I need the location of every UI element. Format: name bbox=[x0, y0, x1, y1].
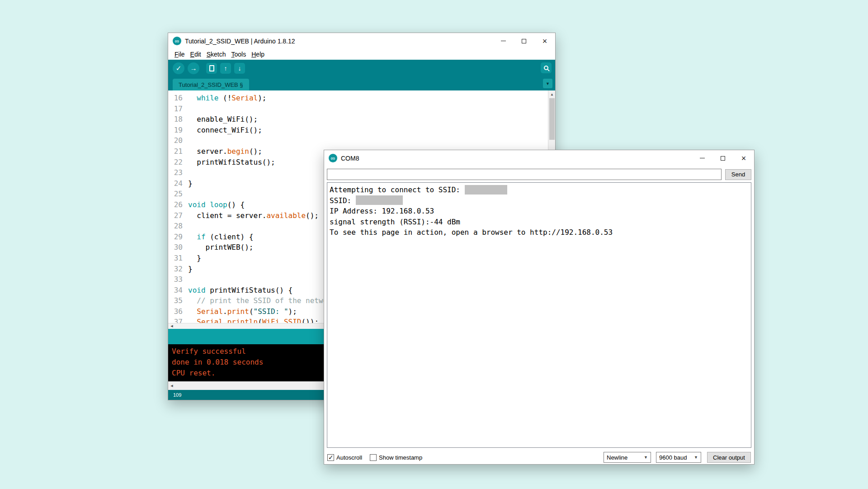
line-number: 30 bbox=[168, 242, 188, 253]
save-sketch-button[interactable]: ↓ bbox=[234, 63, 245, 74]
line-ending-dropdown[interactable]: Newline ▼ bbox=[604, 452, 651, 463]
maximize-button[interactable] bbox=[712, 150, 733, 166]
serial-output-line: SSID: bbox=[330, 195, 749, 206]
close-button[interactable]: × bbox=[733, 150, 754, 166]
code-text: } bbox=[188, 178, 193, 189]
arduino-logo-icon: ∞ bbox=[329, 154, 337, 162]
code-text: } bbox=[188, 264, 193, 275]
close-icon: × bbox=[542, 37, 547, 45]
code-text: client = server.available(); bbox=[188, 210, 319, 221]
serial-output[interactable]: Attempting to connect to SSID: SSID: IP … bbox=[327, 182, 751, 448]
minimize-button[interactable] bbox=[493, 33, 514, 49]
ide-toolbar: ✓ → ↑ ↓ bbox=[168, 60, 555, 76]
line-number: 24 bbox=[168, 178, 188, 189]
check-icon: ✓ bbox=[176, 64, 182, 72]
scroll-left-icon[interactable]: ◀ bbox=[168, 323, 175, 329]
redacted-value bbox=[465, 185, 507, 195]
serial-input[interactable] bbox=[327, 169, 722, 180]
code-text: Serial.println(WiFi.SSID()); bbox=[188, 317, 319, 323]
code-text: while (!Serial); bbox=[188, 93, 266, 104]
code-text: void loop() { bbox=[188, 199, 245, 210]
serial-input-row: Send bbox=[324, 166, 754, 182]
line-number: 18 bbox=[168, 114, 188, 125]
serial-monitor-button[interactable] bbox=[541, 62, 552, 73]
line-number: 36 bbox=[168, 306, 188, 317]
maximize-icon bbox=[721, 156, 725, 161]
code-line: 20 bbox=[168, 135, 555, 146]
scrollbar-thumb[interactable] bbox=[549, 98, 555, 140]
code-text: printWifiStatus(); bbox=[188, 157, 275, 168]
line-number: 32 bbox=[168, 264, 188, 275]
autoscroll-checkbox[interactable] bbox=[327, 454, 334, 461]
code-line: 16 while (!Serial); bbox=[168, 93, 555, 104]
redacted-value bbox=[356, 195, 403, 205]
tab-bar: Tutorial_2_SSID_WEB § ▼ bbox=[168, 76, 555, 90]
menu-help[interactable]: Help bbox=[249, 51, 267, 58]
line-number: 35 bbox=[168, 295, 188, 306]
menu-file[interactable]: File bbox=[172, 51, 188, 58]
autoscroll-label: Autoscroll bbox=[336, 454, 362, 461]
new-sketch-button[interactable] bbox=[206, 63, 217, 74]
menu-sketch[interactable]: Sketch bbox=[204, 51, 229, 58]
code-text: if (client) { bbox=[188, 232, 254, 242]
arrow-up-icon: ↑ bbox=[224, 65, 227, 72]
menu-tools[interactable]: Tools bbox=[229, 51, 249, 58]
serial-window-controls: × bbox=[692, 150, 754, 166]
maximize-button[interactable] bbox=[514, 33, 534, 49]
line-number: 23 bbox=[168, 167, 188, 178]
line-number: 22 bbox=[168, 157, 188, 168]
document-icon bbox=[209, 65, 214, 71]
line-number: 25 bbox=[168, 189, 188, 199]
maximize-icon bbox=[522, 39, 526, 43]
line-number: 34 bbox=[168, 285, 188, 296]
show-timestamp-label: Show timestamp bbox=[379, 454, 422, 461]
line-number: 16 bbox=[168, 93, 188, 104]
code-text: server.begin(); bbox=[188, 146, 262, 157]
serial-output-line: signal strength (RSSI):-44 dBm bbox=[330, 217, 749, 228]
line-number: 31 bbox=[168, 253, 188, 264]
serial-output-text: IP Address: 192.168.0.53 bbox=[330, 207, 434, 215]
code-text: Serial.print("SSID: "); bbox=[188, 306, 297, 317]
code-text: printWEB(); bbox=[188, 242, 254, 253]
open-sketch-button[interactable]: ↑ bbox=[220, 63, 231, 74]
line-number: 33 bbox=[168, 274, 188, 285]
minimize-button[interactable] bbox=[692, 150, 712, 166]
send-button[interactable]: Send bbox=[725, 169, 751, 180]
ide-titlebar[interactable]: ∞ Tutorial_2_SSID_WEB | Arduino 1.8.12 × bbox=[168, 33, 555, 49]
menu-bar: FileEditSketchToolsHelp bbox=[168, 49, 555, 60]
ide-window-title: Tutorial_2_SSID_WEB | Arduino 1.8.12 bbox=[185, 38, 295, 45]
line-number: 28 bbox=[168, 221, 188, 232]
line-number: 27 bbox=[168, 210, 188, 221]
serial-titlebar[interactable]: ∞ COM8 × bbox=[324, 150, 754, 166]
minimize-icon bbox=[700, 158, 705, 158]
line-indicator: 109 bbox=[173, 392, 181, 398]
menu-edit[interactable]: Edit bbox=[188, 51, 204, 58]
upload-button[interactable]: → bbox=[188, 62, 199, 74]
scroll-up-icon[interactable]: ▲ bbox=[548, 90, 555, 98]
chevron-down-icon: ▼ bbox=[694, 455, 698, 460]
close-button[interactable]: × bbox=[534, 33, 555, 49]
line-number: 20 bbox=[168, 135, 188, 146]
tab-menu-button[interactable]: ▼ bbox=[543, 79, 552, 88]
ide-window-controls: × bbox=[493, 33, 555, 49]
tab-tutorial-2-ssid-web[interactable]: Tutorial_2_SSID_WEB § bbox=[173, 79, 249, 90]
verify-button[interactable]: ✓ bbox=[173, 62, 184, 74]
serial-output-text: signal strength (RSSI):-44 dBm bbox=[330, 218, 460, 226]
line-number: 19 bbox=[168, 125, 188, 136]
serial-output-line: IP Address: 192.168.0.53 bbox=[330, 206, 749, 217]
arduino-logo-icon: ∞ bbox=[173, 37, 181, 45]
line-number: 37 bbox=[168, 317, 188, 323]
arrow-right-icon: → bbox=[190, 64, 197, 72]
code-line: 17 bbox=[168, 104, 555, 114]
code-text: void printWifiStatus() { bbox=[188, 285, 292, 296]
scroll-left-icon[interactable]: ◀ bbox=[168, 384, 175, 388]
baud-rate-value: 9600 baud bbox=[659, 454, 687, 461]
minimize-icon bbox=[501, 41, 506, 41]
code-text: } bbox=[188, 253, 201, 264]
serial-output-text: SSID: bbox=[330, 196, 356, 205]
show-timestamp-checkbox[interactable] bbox=[370, 454, 377, 461]
clear-output-button[interactable]: Clear output bbox=[707, 452, 751, 463]
baud-rate-dropdown[interactable]: 9600 baud ▼ bbox=[656, 452, 701, 463]
arrow-down-icon: ↓ bbox=[238, 65, 241, 72]
serial-output-text: To see this page in action, open a brows… bbox=[330, 228, 613, 237]
